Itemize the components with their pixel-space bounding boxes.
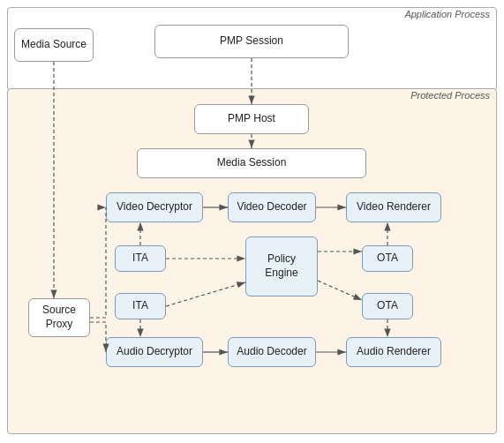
diagram-container: Application Process Protected Process Me… xyxy=(0,0,504,443)
ita-bottom-box: ITA xyxy=(115,293,166,319)
policy-engine-box: Policy Engine xyxy=(245,237,318,297)
pmp-session-box: PMP Session xyxy=(154,25,349,58)
video-decoder-box: Video Decoder xyxy=(228,192,316,222)
audio-renderer-box: Audio Renderer xyxy=(346,337,441,367)
source-proxy-box: Source Proxy xyxy=(28,298,90,337)
protected-process-label: Protected Process xyxy=(410,90,490,101)
video-decryptor-box: Video Decryptor xyxy=(106,192,203,222)
ita-top-box: ITA xyxy=(115,245,166,272)
video-renderer-box: Video Renderer xyxy=(346,192,441,222)
app-process-label: Application Process xyxy=(404,9,490,19)
ota-top-box: OTA xyxy=(362,245,413,272)
audio-decoder-box: Audio Decoder xyxy=(228,337,316,367)
ota-bottom-box: OTA xyxy=(362,293,413,319)
audio-decryptor-box: Audio Decryptor xyxy=(106,337,203,367)
media-session-box: Media Session xyxy=(137,148,366,178)
media-source-box: Media Source xyxy=(14,28,94,62)
pmp-host-box: PMP Host xyxy=(194,104,309,134)
